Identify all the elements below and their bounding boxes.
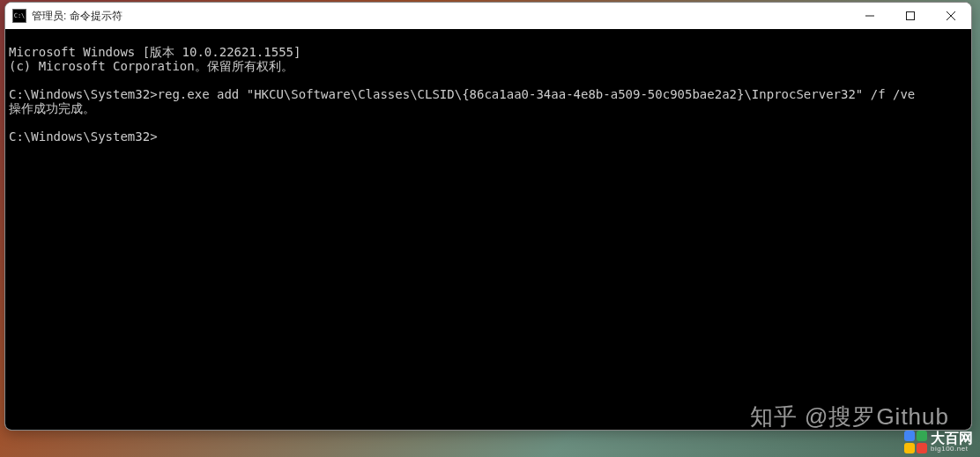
site-watermark: 大百网 big100.net	[904, 431, 973, 453]
window-controls	[850, 3, 971, 29]
logo-title: 大百网	[931, 431, 973, 446]
cursor-icon	[158, 131, 165, 144]
titlebar[interactable]: C:\ 管理员: 命令提示符	[5, 3, 971, 29]
window-title: 管理员: 命令提示符	[32, 9, 122, 24]
close-button[interactable]	[931, 3, 971, 29]
terminal-line: 操作成功完成。	[9, 101, 95, 115]
logo-icon	[904, 431, 927, 453]
minimize-button[interactable]	[850, 3, 890, 29]
terminal-prompt: C:\Windows\System32>	[9, 129, 158, 144]
maximize-button[interactable]	[890, 3, 931, 29]
cmd-icon: C:\	[12, 9, 26, 23]
zhihu-watermark: 知乎 @搜罗Github	[750, 402, 949, 432]
terminal-line: C:\Windows\System32>reg.exe add "HKCU\So…	[9, 87, 915, 101]
cmd-window: C:\ 管理员: 命令提示符 Microsoft Windows [版本 10.…	[4, 2, 972, 431]
terminal-area[interactable]: Microsoft Windows [版本 10.0.22621.1555] (…	[5, 29, 971, 430]
terminal-line: Microsoft Windows [版本 10.0.22621.1555]	[9, 45, 301, 59]
terminal-line: (c) Microsoft Corporation。保留所有权利。	[9, 59, 293, 73]
svg-rect-1	[907, 12, 915, 20]
logo-subtitle: big100.net	[931, 446, 973, 453]
